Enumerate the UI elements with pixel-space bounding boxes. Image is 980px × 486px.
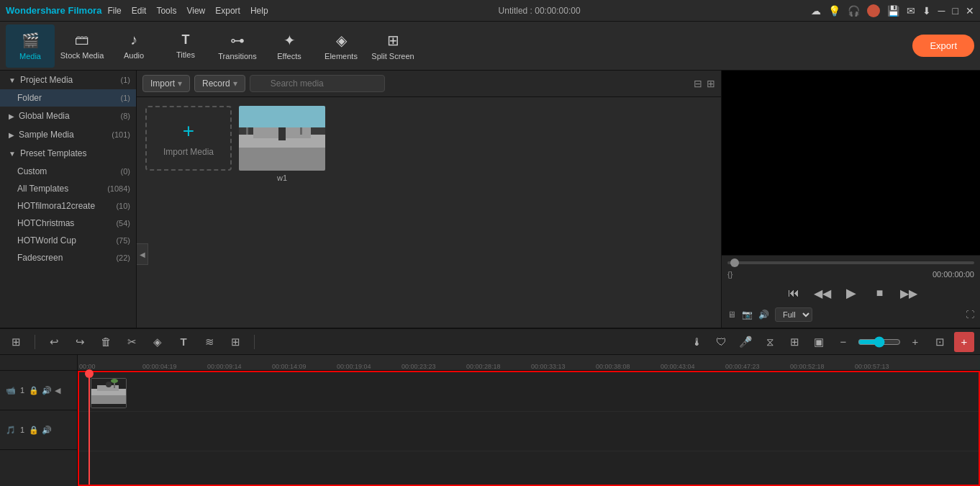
menu-tools[interactable]: Tools	[156, 6, 176, 16]
sidebar-count-filmora12create: (10)	[116, 202, 130, 210]
fullscreen-icon[interactable]: ⛶	[966, 310, 974, 320]
sidebar-item-world-cup[interactable]: HOT World Cup (75)	[0, 232, 136, 249]
sidebar-item-global-media[interactable]: ▶ Global Media (8)	[0, 107, 136, 125]
menu-help[interactable]: Help	[250, 6, 268, 16]
screenshot-icon[interactable]: 🖥	[727, 310, 736, 320]
svg-rect-10	[239, 106, 325, 127]
search-input[interactable]	[250, 75, 385, 92]
color-button[interactable]: 🌡	[686, 332, 707, 352]
download-icon[interactable]: ⬇	[922, 5, 931, 17]
sidebar-label-all-templates: All Templates	[17, 184, 107, 194]
camera-snap-icon[interactable]: 📷	[742, 310, 753, 320]
toolbar-split[interactable]: ⊞ Split Screen	[368, 24, 417, 68]
play-button[interactable]: ▶	[841, 283, 861, 303]
mail-icon[interactable]: ✉	[907, 5, 915, 17]
ruler-mark-8: 00:00:38:08	[596, 363, 630, 370]
split-screen-tl-button[interactable]: ⊞	[225, 332, 245, 352]
import-button[interactable]: Import ▾	[142, 75, 190, 92]
record-button[interactable]: Record ▾	[194, 75, 245, 92]
stop-button[interactable]: ■	[870, 283, 890, 303]
preview-controls: { } 00:00:00:00 ⏮ ◀◀ ▶ ■ ▶▶ 🖥 📷 🔊 Full ⛶	[722, 255, 980, 328]
audio-track-button[interactable]: ⧖	[760, 332, 780, 352]
delete-button[interactable]: 🗑	[96, 332, 116, 352]
pip-button[interactable]: ▣	[809, 332, 829, 352]
grid-view-icon[interactable]: ⊞	[707, 78, 715, 89]
mic-button[interactable]: 🎤	[735, 332, 756, 352]
volume-icon[interactable]: 🔊	[758, 310, 769, 320]
transitions-icon: ⊶	[230, 32, 245, 49]
sidebar-item-sample-media[interactable]: ▶ Sample Media (101)	[0, 125, 136, 144]
audio-stretch-button[interactable]: ≋	[199, 332, 219, 352]
audio-lock-icon[interactable]: 🔒	[29, 426, 39, 435]
sidebar-item-fadescreen[interactable]: Fadescreen (22)	[0, 249, 136, 266]
collapse-track-icon[interactable]: ◀	[55, 386, 60, 395]
sidebar-label-christmas: Christmas	[35, 218, 116, 228]
sidebar-item-custom[interactable]: Custom (0)	[0, 163, 136, 180]
headset-icon[interactable]: 🎧	[848, 5, 860, 17]
toolbar-effects[interactable]: ✦ Effects	[265, 24, 314, 68]
media-item-w1[interactable]: w1	[239, 106, 325, 182]
toolbar-titles[interactable]: T Titles	[161, 24, 210, 68]
toolbar-stock[interactable]: 🗃 Stock Media	[58, 24, 106, 68]
effects-icon: ✦	[283, 32, 296, 49]
sidebar-item-folder[interactable]: Folder (1)	[0, 89, 136, 107]
shield-button[interactable]: 🛡	[711, 332, 731, 352]
export-button[interactable]: Export	[912, 35, 974, 57]
text-button[interactable]: T	[173, 332, 194, 352]
filter-icon[interactable]: ⊟	[694, 78, 702, 89]
rewind-button[interactable]: ⏮	[784, 283, 804, 303]
hot-badge-world-cup: HOT	[17, 235, 35, 246]
zoom-out-button[interactable]: −	[833, 332, 853, 352]
sidebar-item-project-media[interactable]: ▼ Project Media (1)	[0, 71, 136, 89]
avatar[interactable]	[867, 4, 880, 17]
minimize-button[interactable]: ─	[938, 5, 945, 17]
ruler-mark-10: 00:00:47:23	[725, 363, 760, 370]
mute-icon[interactable]: 🔊	[42, 386, 52, 395]
menu-export[interactable]: Export	[215, 6, 240, 16]
lock-icon[interactable]: 🔒	[29, 386, 39, 395]
audio-mute-icon[interactable]: 🔊	[42, 426, 52, 435]
toolbar-effects-label: Effects	[277, 52, 301, 60]
expand-arrow-sample-icon: ▶	[9, 131, 14, 139]
cut-button[interactable]: ✂	[122, 332, 142, 352]
tools-icon[interactable]: ⊞	[6, 332, 26, 352]
playhead[interactable]	[89, 372, 90, 485]
maximize-button[interactable]: □	[953, 5, 958, 17]
close-button[interactable]: ✕	[966, 5, 974, 17]
quality-select[interactable]: Full	[775, 307, 812, 322]
fit-button[interactable]: ⊡	[930, 332, 950, 352]
sidebar-item-christmas[interactable]: HOT Christmas (54)	[0, 215, 136, 232]
sidebar-item-all-templates[interactable]: All Templates (1084)	[0, 180, 136, 197]
multicam-button[interactable]: ⊞	[784, 332, 804, 352]
timeline-ruler: 00:00 00:00:04:19 00:00:09:14 00:00:14:0…	[78, 355, 980, 371]
sidebar-item-preset-templates[interactable]: ▼ Preset Templates	[0, 144, 136, 163]
menu-view[interactable]: View	[186, 6, 205, 16]
add-track-button[interactable]: +	[954, 332, 974, 352]
redo-button[interactable]: ↪	[70, 332, 90, 352]
playhead-head	[85, 369, 94, 378]
menu-edit[interactable]: Edit	[132, 6, 147, 16]
save-icon[interactable]: 💾	[887, 5, 899, 17]
preview-progress-bar[interactable]	[727, 261, 974, 264]
zoom-in-button[interactable]: +	[905, 332, 925, 352]
step-back-button[interactable]: ◀◀	[812, 283, 832, 303]
menu-file[interactable]: File	[107, 6, 121, 16]
sidebar-item-filmora12create[interactable]: HOT filmora12create (10)	[0, 197, 136, 215]
progress-thumb[interactable]	[730, 258, 739, 267]
bulb-icon[interactable]: 💡	[828, 5, 840, 17]
sidebar-label-preset-templates: Preset Templates	[20, 148, 130, 158]
toolbar-audio[interactable]: ♪ Audio	[109, 24, 158, 68]
undo-button[interactable]: ↩	[44, 332, 64, 352]
toolbar-media-label: Media	[19, 52, 41, 60]
toolbar-elements[interactable]: ◈ Elements	[317, 24, 366, 68]
audio-track-lane	[79, 412, 979, 451]
import-media-placeholder[interactable]: + Import Media	[145, 106, 232, 171]
step-fwd-button[interactable]: ▶▶	[899, 283, 919, 303]
cloud-icon[interactable]: ☁	[811, 5, 821, 17]
video-clip[interactable]	[91, 378, 127, 408]
toolbar-media[interactable]: 🎬 Media	[6, 24, 55, 68]
crop-button[interactable]: ◈	[148, 332, 168, 352]
zoom-slider[interactable]	[858, 336, 901, 348]
sidebar-collapse-button[interactable]: ◀	[137, 243, 148, 265]
toolbar-transitions[interactable]: ⊶ Transitions	[213, 24, 262, 68]
